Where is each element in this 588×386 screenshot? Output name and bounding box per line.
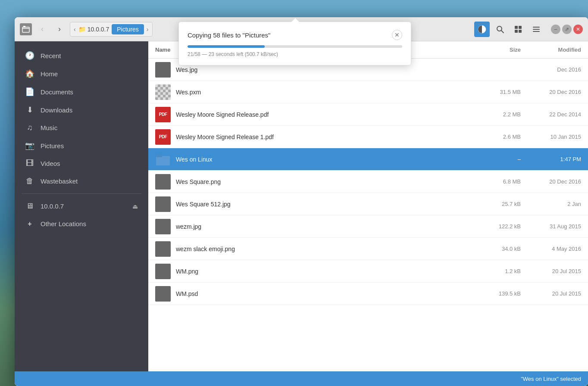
image-icon bbox=[155, 241, 171, 257]
col-size-header: Size bbox=[478, 47, 521, 53]
file-size: 34.0 kB bbox=[478, 246, 521, 252]
sidebar-item-documents[interactable]: Documents bbox=[15, 83, 148, 101]
sidebar-item-recent[interactable]: Recent bbox=[15, 47, 148, 65]
sidebar-item-wastebasket[interactable]: Wastebasket bbox=[15, 172, 148, 190]
image-icon bbox=[155, 219, 171, 234]
table-row[interactable]: PDF Wesley Moore Signed Release 1.pdf 2.… bbox=[148, 126, 588, 148]
file-manager-window: ‹ › ‹ 📁 10.0.0.7 Pictures › bbox=[15, 17, 588, 386]
path-prefix-label: 10.0.0.7 bbox=[88, 26, 109, 33]
computer-icon bbox=[25, 202, 34, 211]
svg-rect-13 bbox=[156, 155, 162, 157]
file-modified: 1:47 PM bbox=[521, 156, 581, 162]
sidebar-item-other-locations[interactable]: Other Locations bbox=[15, 215, 148, 233]
file-modified: 31 Aug 2015 bbox=[521, 223, 581, 230]
file-modified: 4 May 2016 bbox=[521, 246, 581, 252]
file-name: Wes Square.png bbox=[176, 178, 452, 185]
file-name: wezm slack emoji.png bbox=[176, 246, 452, 252]
col-modified-header: Modified bbox=[521, 47, 581, 53]
svg-rect-5 bbox=[515, 26, 518, 29]
progress-bar-background bbox=[188, 45, 402, 48]
table-row[interactable]: Wes.pxm 31.5 MB 20 Dec 2016 bbox=[148, 81, 588, 103]
image-icon bbox=[155, 174, 171, 190]
file-modified: 20 Dec 2016 bbox=[521, 89, 581, 95]
file-name: Wesley Moore Signed Release.pdf bbox=[176, 111, 452, 118]
file-modified: 10 Jan 2015 bbox=[521, 134, 581, 140]
sidebar: Recent Home Documents Downloads Music Pi… bbox=[15, 41, 148, 371]
minimize-button[interactable]: – bbox=[551, 25, 560, 34]
search-button[interactable] bbox=[492, 22, 508, 37]
clock-icon bbox=[25, 51, 34, 60]
file-size: 2.2 MB bbox=[478, 111, 521, 118]
back-button[interactable]: ‹ bbox=[35, 22, 49, 36]
camera-icon bbox=[25, 141, 34, 150]
file-list-panel: Name Size Modified Wes.jpg Dec 2016 Wes.… bbox=[148, 41, 588, 371]
file-name: Wes on Linux bbox=[176, 156, 452, 163]
forward-button[interactable]: › bbox=[53, 22, 66, 36]
app-icon bbox=[20, 23, 32, 35]
music-icon bbox=[25, 123, 34, 132]
progress-popup: Copying 58 files to "Pictures" ✕ 21/58 —… bbox=[178, 41, 411, 65]
restore-button[interactable]: ⇗ bbox=[562, 25, 572, 34]
sidebar-item-pictures-label: Pictures bbox=[41, 142, 64, 149]
sidebar-item-videos[interactable]: Videos bbox=[15, 155, 148, 172]
file-name: Wesley Moore Signed Release 1.pdf bbox=[176, 134, 452, 140]
file-size: 139.5 kB bbox=[478, 290, 521, 297]
table-row[interactable]: WM.png 1.2 kB 20 Jul 2015 bbox=[148, 260, 588, 283]
svg-rect-7 bbox=[515, 30, 518, 33]
plus-icon bbox=[25, 219, 34, 228]
file-size: 31.5 MB bbox=[478, 89, 521, 95]
sidebar-item-music[interactable]: Music bbox=[15, 119, 148, 137]
image-icon bbox=[155, 286, 171, 302]
film-icon bbox=[25, 159, 34, 168]
file-size: 25.7 kB bbox=[478, 201, 521, 207]
sidebar-item-other-label: Other Locations bbox=[41, 220, 86, 227]
file-name: Wes.pxm bbox=[176, 89, 452, 96]
svg-rect-10 bbox=[533, 29, 540, 30]
file-modified: Dec 2016 bbox=[521, 66, 581, 73]
statusbar-text: "Wes on Linux" selected bbox=[521, 376, 581, 382]
path-active-segment: Pictures bbox=[112, 24, 144, 34]
grid-view-button[interactable] bbox=[510, 22, 526, 37]
sidebar-item-downloads[interactable]: Downloads bbox=[15, 101, 148, 119]
path-folder-icon: 📁 10.0.0.7 bbox=[78, 26, 109, 33]
file-size: 1.2 kB bbox=[478, 268, 521, 274]
path-nav-right: › bbox=[147, 26, 149, 33]
table-row[interactable]: wezm slack emoji.png 34.0 kB 4 May 2016 bbox=[148, 238, 588, 260]
file-rows: Wes.jpg Dec 2016 Wes.pxm 31.5 MB 20 Dec … bbox=[148, 59, 588, 371]
sidebar-item-network-label: 10.0.0.7 bbox=[41, 202, 64, 210]
table-row[interactable]: wezm.jpg 122.2 kB 31 Aug 2015 bbox=[148, 215, 588, 238]
table-row[interactable]: PDF Wesley Moore Signed Release.pdf 2.2 … bbox=[148, 103, 588, 126]
svg-rect-6 bbox=[519, 26, 522, 29]
progress-status-text: 21/58 — 23 seconds left (500.7 kB/sec) bbox=[188, 51, 402, 57]
table-row[interactable]: WM.psd 139.5 kB 20 Jul 2015 bbox=[148, 283, 588, 305]
svg-rect-11 bbox=[533, 31, 540, 32]
file-name: WM.psd bbox=[176, 290, 452, 297]
table-row[interactable]: Wes on Linux – 1:47 PM bbox=[148, 148, 588, 171]
sidebar-item-network[interactable]: 10.0.0.7 ⏏ bbox=[15, 197, 148, 215]
svg-rect-8 bbox=[519, 30, 522, 33]
folder-icon: 📁 bbox=[78, 26, 86, 33]
image-icon bbox=[155, 196, 171, 212]
file-modified: 20 Dec 2016 bbox=[521, 178, 581, 185]
svg-rect-12 bbox=[156, 156, 170, 165]
theme-toggle-button[interactable] bbox=[474, 22, 490, 37]
svg-rect-0 bbox=[22, 27, 29, 32]
image-icon bbox=[155, 264, 171, 279]
file-modified: 20 Jul 2015 bbox=[521, 290, 581, 297]
sidebar-item-pictures[interactable]: Pictures bbox=[15, 137, 148, 155]
sidebar-item-downloads-label: Downloads bbox=[41, 106, 72, 114]
menu-button[interactable] bbox=[529, 22, 544, 37]
eject-icon[interactable]: ⏏ bbox=[132, 203, 138, 210]
document-icon bbox=[25, 87, 34, 96]
file-name: wezm.jpg bbox=[176, 223, 452, 230]
table-row[interactable]: Wes Square.png 6.8 MB 20 Dec 2016 bbox=[148, 171, 588, 193]
progress-bar-fill bbox=[188, 45, 265, 48]
sidebar-separator bbox=[22, 193, 141, 194]
close-button[interactable]: ✕ bbox=[573, 25, 583, 34]
file-modified: 2 Jan bbox=[521, 201, 581, 207]
image-icon bbox=[155, 84, 171, 100]
table-row[interactable]: Wes Square 512.jpg 25.7 kB 2 Jan bbox=[148, 193, 588, 215]
pdf-icon: PDF bbox=[155, 107, 171, 122]
sidebar-item-home[interactable]: Home bbox=[15, 65, 148, 83]
file-name: Wes Square 512.jpg bbox=[176, 201, 452, 208]
